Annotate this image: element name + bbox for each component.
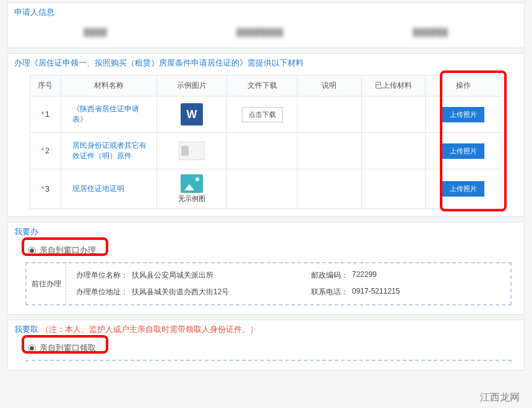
apply-radio-label: 亲自到窗口办理 (40, 245, 96, 256)
table-header-row: 序号 材料名称 示例图片 文件下载 说明 已上传材料 操作 (30, 75, 502, 96)
upload-photo-button[interactable]: 上传照片 (442, 143, 484, 159)
apply-detail-box: 前往办理 办理单位名称： 扶风县公安局城关派出所 邮政编码： 722299 办理… (25, 262, 512, 305)
info-row: 办理单位名称： 扶风县公安局城关派出所 邮政编码： 722299 (76, 270, 500, 281)
table-row: *3 现居住证地证明 无示例图 上传照片 (30, 169, 502, 209)
addr-value: 扶风县城关街道办西大街12号 (132, 287, 229, 297)
col-name: 材料名称 (61, 75, 157, 96)
phone-pair: 联系电话： 0917-5211215 (311, 287, 400, 297)
addr-label: 办理单位地址： (76, 287, 128, 297)
unit-name-value: 扶风县公安局城关派出所 (132, 270, 213, 281)
required-mark: * (41, 185, 45, 193)
cell-seq: *2 (30, 133, 61, 169)
col-uploaded: 已上传材料 (361, 75, 425, 96)
phone-value: 0917-5211215 (352, 287, 400, 297)
pickup-radio-label: 亲自到窗口领取 (40, 342, 96, 354)
addr-pair: 办理单位地址： 扶风县城关街道办西大街12号 (76, 287, 286, 297)
unit-name-label: 办理单位名称： (76, 270, 128, 281)
download-button[interactable]: 点击下载 (242, 107, 283, 122)
col-download: 文件下载 (227, 75, 298, 96)
apply-body: 亲自到窗口办理 前往办理 办理单位名称： 扶风县公安局城关派出所 邮政编码： 7… (8, 240, 524, 314)
unit-name-pair: 办理单位名称： 扶风县公安局城关派出所 (76, 270, 286, 281)
phone-label: 联系电话： (311, 287, 348, 297)
materials-section: 办理《居住证申领一、按照购买（租赁）房屋条件申请居住证的》需提供以下材料 序号 … (7, 53, 525, 217)
applicant-section: 申请人信息 ████ ████████ ██████ (7, 2, 525, 48)
cell-uploaded (361, 133, 425, 169)
col-desc: 说明 (298, 75, 361, 96)
cell-sample: 无示例图 (157, 169, 227, 209)
cell-name: 现居住证地证明 (61, 169, 157, 209)
materials-table: 序号 材料名称 示例图片 文件下载 说明 已上传材料 操作 *1 《陕西省居住证… (30, 75, 502, 209)
cell-sample (157, 133, 227, 169)
word-doc-icon: W (179, 101, 205, 127)
cell-seq: *3 (30, 169, 61, 209)
pickup-title: 我要取 （注：本人、监护人或户主亲自取时需带领取人身份证件。） (8, 320, 524, 338)
watermark: 江西龙网 (480, 391, 520, 404)
col-action: 操作 (425, 75, 502, 96)
no-sample-icon: 无示例图 (161, 174, 223, 203)
materials-title: 办理《居住证申领一、按照购买（租赁）房屋条件申请居住证的》需提供以下材料 (8, 54, 524, 71)
info-row: 办理单位地址： 扶风县城关街道办西大街12号 联系电话： 0917-521121… (76, 287, 500, 297)
postal-label: 邮政编码： (311, 270, 348, 281)
upload-photo-button[interactable]: 上传照片 (442, 107, 484, 122)
table-row: *2 居民身份证或者其它有效证件（明）原件 上传照片 (30, 133, 502, 169)
pickup-radio-row[interactable]: 亲自到窗口领取 (25, 340, 512, 360)
table-row: *1 《陕西省居住证申请表》 W 点击下载 上传照片 (30, 96, 502, 133)
applicant-field-3: ██████ (413, 28, 448, 36)
pickup-note: （注：本人、监护人或户主亲自取时需带领取人身份证件。） (41, 325, 258, 334)
apply-side-label: 前往办理 (27, 263, 66, 304)
cell-desc (298, 96, 361, 133)
apply-section: 我要办 亲自到窗口办理 前往办理 办理单位名称： 扶风县公安局城关派出所 邮政编… (7, 222, 525, 315)
cell-action: 上传照片 (425, 133, 502, 169)
cell-action: 上传照片 (425, 169, 502, 209)
col-sample: 示例图片 (157, 75, 227, 96)
cell-name: 居民身份证或者其它有效证件（明）原件 (61, 133, 157, 169)
col-seq: 序号 (30, 75, 61, 96)
cell-desc (298, 133, 361, 169)
cell-name: 《陕西省居住证申请表》 (61, 96, 157, 133)
applicant-title: 申请人信息 (8, 3, 524, 20)
cell-download: 点击下载 (227, 96, 298, 133)
cell-uploaded (361, 169, 425, 209)
cell-seq: *1 (30, 96, 61, 133)
cell-download (227, 133, 298, 169)
cell-uploaded (361, 96, 425, 133)
required-mark: * (41, 110, 45, 119)
upload-photo-button[interactable]: 上传照片 (442, 181, 484, 197)
cell-sample: W (157, 96, 227, 133)
required-mark: * (41, 147, 45, 155)
cell-action: 上传照片 (425, 96, 502, 133)
applicant-field-1: ████ (84, 28, 107, 36)
applicant-field-2: ████████ (236, 28, 283, 36)
postal-pair: 邮政编码： 722299 (311, 270, 377, 281)
apply-details: 办理单位名称： 扶风县公安局城关派出所 邮政编码： 722299 办理单位地址：… (66, 263, 510, 304)
id-card-icon (179, 138, 205, 164)
postal-value: 722299 (352, 270, 377, 281)
placeholder-image-icon (181, 174, 203, 193)
apply-title: 我要办 (8, 223, 524, 240)
radio-selected-icon[interactable] (28, 247, 36, 255)
radio-selected-icon[interactable] (28, 344, 36, 352)
pickup-body: 亲自到窗口领取 (8, 338, 524, 363)
apply-radio-row[interactable]: 亲自到窗口办理 (25, 242, 512, 262)
applicant-body: ████ ████████ ██████ (8, 20, 524, 48)
pickup-detail-box (25, 360, 512, 362)
cell-desc (298, 169, 361, 209)
cell-download (227, 169, 298, 209)
pickup-section: 我要取 （注：本人、监护人或户主亲自取时需带领取人身份证件。） 亲自到窗口领取 (7, 320, 525, 370)
